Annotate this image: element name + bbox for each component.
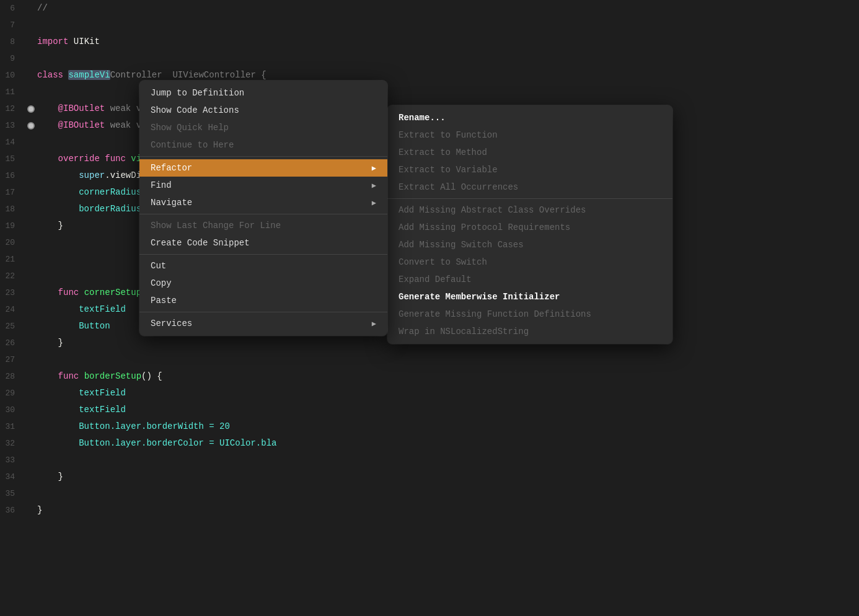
- line-num-16: 16: [0, 167, 25, 184]
- code-line-34: 34 }: [0, 469, 859, 485]
- menu-item-navigate[interactable]: Navigate ▶: [139, 194, 387, 211]
- menu-item-jump-to-def[interactable]: Jump to Definition: [139, 84, 387, 102]
- code-line-10: 10 class sampleViController UIViewContro…: [0, 67, 859, 84]
- separator-4: [139, 312, 387, 312]
- menu-item-services-label: Services: [151, 319, 192, 328]
- code-line-29: 29 textField: [0, 385, 859, 402]
- menu-item-refactor[interactable]: Refactor ▶: [139, 159, 387, 177]
- line-num-32: 32: [0, 435, 25, 452]
- line-content-8: import UIKit: [37, 33, 100, 50]
- menu-item-copy[interactable]: Copy: [139, 275, 387, 292]
- line-num-7: 7: [0, 17, 25, 33]
- code-line-11: 11: [0, 84, 859, 100]
- line-num-31: 31: [0, 418, 25, 435]
- line-num-36: 36: [0, 502, 25, 519]
- code-line-9: 9: [0, 50, 859, 67]
- line-num-33: 33: [0, 452, 25, 469]
- menu-item-show-code-actions[interactable]: Show Code Actions: [139, 102, 387, 119]
- line-num-35: 35: [0, 485, 25, 502]
- code-line-31: 31 Button.layer.borderWidth = 20: [0, 418, 859, 435]
- menu-item-jump-to-def-label: Jump to Definition: [151, 88, 244, 98]
- gutter-12: [25, 105, 37, 113]
- code-line-8: 8 import UIKit: [0, 33, 859, 50]
- line-num-24: 24: [0, 301, 25, 318]
- refactor-arrow-icon: ▶: [372, 164, 376, 173]
- line-num-22: 22: [0, 268, 25, 284]
- menu-item-continue-to-here: Continue to Here: [139, 136, 387, 154]
- submenu-item-extract-all-label: Extract All Occurrences: [399, 182, 518, 192]
- menu-item-show-quick-help-label: Show Quick Help: [151, 123, 229, 133]
- line-num-25: 25: [0, 318, 25, 335]
- separator-3: [139, 254, 387, 255]
- line-num-15: 15: [0, 151, 25, 167]
- services-arrow-icon: ▶: [372, 319, 376, 328]
- menu-item-find-label: Find: [151, 180, 172, 190]
- line-num-19: 19: [0, 218, 25, 234]
- submenu-item-wrap-nslocalized: Wrap in NSLocalizedString: [387, 323, 672, 340]
- code-line-6: 6 //: [0, 0, 859, 17]
- submenu-item-extract-function: Extract to Function: [387, 126, 672, 144]
- menu-item-show-code-actions-label: Show Code Actions: [151, 105, 239, 115]
- menu-item-show-last-change-label: Show Last Change For Line: [151, 221, 281, 231]
- menu-item-show-last-change: Show Last Change For Line: [139, 217, 387, 234]
- submenu-item-gen-memberwise[interactable]: Generate Memberwise Initializer: [387, 288, 672, 306]
- line-num-30: 30: [0, 402, 25, 418]
- separator-1: [139, 156, 387, 157]
- menu-item-services[interactable]: Services ▶: [139, 315, 387, 332]
- code-line-30: 30 textField: [0, 402, 859, 418]
- line-num-27: 27: [0, 351, 25, 368]
- submenu-sep-1: [387, 198, 672, 199]
- line-num-10: 10: [0, 67, 25, 84]
- submenu-item-extract-variable-label: Extract to Variable: [399, 165, 498, 175]
- navigate-arrow-icon: ▶: [372, 198, 376, 208]
- submenu-item-add-protocol-label: Add Missing Protocol Requirements: [399, 222, 570, 232]
- line-content-18: borderRadius: [37, 201, 141, 218]
- code-line-33: 33: [0, 452, 859, 469]
- menu-item-create-code-snippet[interactable]: Create Code Snippet: [139, 234, 387, 252]
- submenu-item-extract-variable: Extract to Variable: [387, 161, 672, 178]
- line-num-18: 18: [0, 201, 25, 218]
- line-num-28: 28: [0, 368, 25, 385]
- submenu-item-expand-default-label: Expand Default: [399, 275, 472, 284]
- submenu-item-add-abstract: Add Missing Abstract Class Overrides: [387, 201, 672, 219]
- menu-item-paste-label: Paste: [151, 296, 177, 306]
- line-num-8: 8: [0, 33, 25, 50]
- line-num-17: 17: [0, 184, 25, 201]
- line-num-26: 26: [0, 335, 25, 351]
- line-num-9: 9: [0, 50, 25, 67]
- code-line-27: 27: [0, 351, 859, 368]
- breakpoint-13: [27, 122, 35, 130]
- menu-item-refactor-label: Refactor: [151, 163, 192, 173]
- line-num-34: 34: [0, 469, 25, 485]
- code-line-36: 36 }: [0, 502, 859, 519]
- code-line-35: 35: [0, 485, 859, 502]
- line-num-23: 23: [0, 284, 25, 301]
- submenu-item-gen-missing-func: Generate Missing Function Definitions: [387, 306, 672, 323]
- line-num-11: 11: [0, 84, 25, 100]
- refactor-submenu: Rename... Extract to Function Extract to…: [387, 105, 672, 344]
- submenu-item-extract-function-label: Extract to Function: [399, 130, 498, 140]
- menu-item-find[interactable]: Find ▶: [139, 177, 387, 194]
- submenu-item-convert-switch-label: Convert to Switch: [399, 257, 487, 267]
- submenu-item-convert-switch: Convert to Switch: [387, 253, 672, 271]
- line-num-29: 29: [0, 385, 25, 402]
- line-num-21: 21: [0, 251, 25, 268]
- code-line-7: 7: [0, 17, 859, 33]
- menu-item-show-quick-help: Show Quick Help: [139, 119, 387, 136]
- line-num-20: 20: [0, 234, 25, 251]
- context-menu-wrapper: Jump to Definition Show Code Actions Sho…: [139, 81, 387, 336]
- submenu-item-gen-memberwise-label: Generate Memberwise Initializer: [399, 292, 560, 302]
- submenu-item-wrap-nslocalized-label: Wrap in NSLocalizedString: [399, 327, 529, 337]
- menu-item-paste[interactable]: Paste: [139, 292, 387, 309]
- line-content-19: }: [37, 218, 63, 234]
- gutter-13: [25, 122, 37, 130]
- menu-item-cut[interactable]: Cut: [139, 257, 387, 275]
- line-num-12: 12: [0, 100, 25, 117]
- line-num-13: 13: [0, 117, 25, 134]
- line-num-6: 6: [0, 0, 25, 17]
- submenu-item-rename-label: Rename...: [399, 113, 446, 123]
- line-num-14: 14: [0, 134, 25, 151]
- submenu-item-rename[interactable]: Rename...: [387, 109, 672, 126]
- submenu-item-add-switch-cases-label: Add Missing Switch Cases: [399, 240, 524, 250]
- menu-item-copy-label: Copy: [151, 278, 172, 288]
